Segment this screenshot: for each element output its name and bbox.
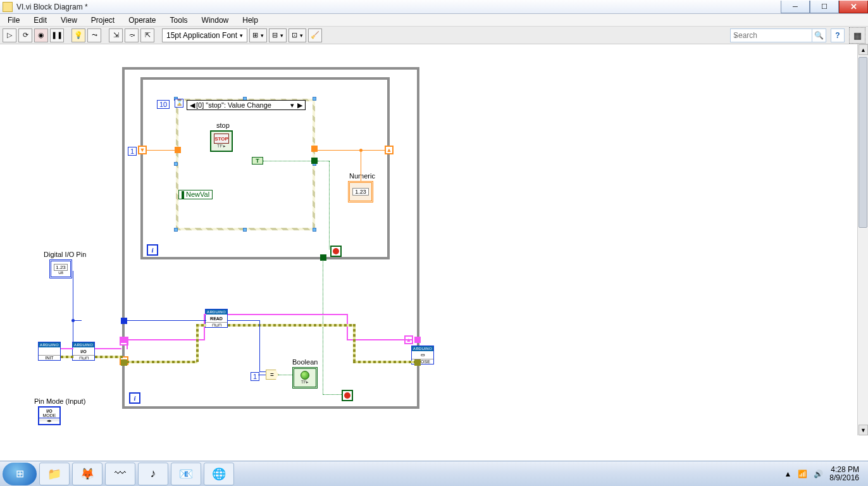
scroll-thumb[interactable] bbox=[859, 57, 867, 228]
numeric-indicator-terminal[interactable]: 1.23 bbox=[348, 181, 373, 202]
search-input[interactable] bbox=[730, 28, 812, 42]
connector-pane-icon[interactable]: ▦ bbox=[849, 27, 865, 44]
run-cont-button[interactable]: ⟳ bbox=[18, 28, 32, 42]
selection-handle bbox=[313, 228, 316, 232]
pause-button[interactable]: ❚❚ bbox=[50, 28, 64, 42]
outer-loop-stop[interactable] bbox=[342, 390, 353, 401]
distribute-button[interactable]: ⊟ bbox=[269, 28, 287, 42]
search-icon[interactable] bbox=[812, 28, 826, 42]
chevron-icon: ◂▸ bbox=[39, 418, 59, 421]
reorder-button[interactable]: ⊡ bbox=[288, 28, 306, 42]
outer-tunnel-pink-right[interactable] bbox=[414, 337, 421, 343]
context-help-button[interactable]: ? bbox=[831, 28, 845, 42]
equals-const[interactable]: 1 bbox=[251, 372, 259, 381]
taskbar-app[interactable]: 📧 bbox=[171, 463, 201, 485]
taskbar: ⊞ 📁 🦊 〰 ♪ 📧 🌐 ▲ 📶 🔊 4:28 PM 8/9/2016 bbox=[0, 461, 868, 486]
font-label: 15pt Application Font bbox=[166, 31, 237, 40]
wire-num bbox=[147, 150, 176, 151]
event-timeout-terminal[interactable]: ⌛ bbox=[175, 99, 183, 108]
run-button[interactable]: ▷ bbox=[3, 28, 16, 42]
arduino-read-node[interactable]: ARDUINO READ ⊓⊔⊓ bbox=[205, 309, 228, 328]
start-button[interactable]: ⊞ bbox=[3, 463, 37, 485]
taskbar-app[interactable]: 🦊 bbox=[72, 463, 102, 485]
wire-num bbox=[361, 150, 361, 182]
taskbar-app[interactable]: ♪ bbox=[138, 463, 168, 485]
font-selector[interactable]: 15pt Application Font bbox=[162, 28, 247, 42]
event-newval-terminal[interactable]: NewVal bbox=[178, 190, 213, 199]
tray-network-icon[interactable]: 📶 bbox=[798, 470, 807, 478]
event-tunnel-num-left[interactable] bbox=[175, 147, 181, 153]
event-tunnel-num[interactable] bbox=[311, 146, 318, 152]
wire-resource bbox=[347, 314, 348, 339]
boolean-indicator-terminal[interactable]: TF▸ bbox=[292, 367, 318, 389]
event-timeout-const[interactable]: 10 bbox=[157, 100, 170, 109]
newval-text: NewVal bbox=[186, 190, 209, 198]
menu-tools[interactable]: Tools bbox=[166, 15, 192, 25]
outer-tunnel-err-right[interactable] bbox=[414, 359, 421, 366]
scroll-down-icon[interactable]: ▼ bbox=[859, 425, 868, 435]
arduino-io-node[interactable]: ARDUINO I/O ⊓⊔⊓ bbox=[72, 342, 95, 361]
inner-loop-iteration[interactable]: i bbox=[147, 244, 158, 256]
outer-tunnel-int[interactable] bbox=[121, 318, 127, 324]
wire-bool bbox=[318, 161, 329, 161]
numeric-indicator-label: Numeric bbox=[349, 172, 375, 180]
wire-resource bbox=[347, 339, 412, 340]
highlight-exec-button[interactable]: 💡 bbox=[71, 28, 85, 42]
pin-mode-terminal[interactable]: I/O MODE ◂▸ bbox=[38, 406, 61, 425]
search-box: › bbox=[726, 28, 826, 42]
outer-loop-iteration[interactable]: i bbox=[129, 392, 140, 404]
step-over-button[interactable]: ⤼ bbox=[125, 28, 139, 42]
event-dropdown-icon[interactable]: ▾ bbox=[288, 101, 296, 109]
arduino-banner: ARDUINO bbox=[73, 342, 94, 347]
event-case-selector[interactable]: ◀ [0] "stop": Value Change ▾ ▶ bbox=[187, 100, 306, 110]
menu-help[interactable]: Help bbox=[239, 15, 262, 25]
event-next-icon[interactable]: ▶ bbox=[296, 101, 304, 109]
led-icon bbox=[301, 371, 309, 380]
tray-date: 8/9/2016 bbox=[829, 474, 859, 482]
inner-loop-stop[interactable] bbox=[330, 246, 342, 257]
arduino-init-node[interactable]: ARDUINO INIT bbox=[38, 342, 61, 361]
wire-bool bbox=[329, 161, 330, 249]
inner-sr-right[interactable]: ▲ bbox=[385, 146, 394, 154]
event-tunnel-bool[interactable] bbox=[311, 158, 318, 164]
menu-edit[interactable]: Edit bbox=[30, 15, 51, 25]
tray-volume-icon[interactable]: 🔊 bbox=[814, 470, 823, 478]
menu-file[interactable]: File bbox=[4, 15, 23, 25]
stop-control-terminal[interactable]: STOP TF▸ bbox=[210, 130, 233, 152]
scroll-up-icon[interactable]: ▲ bbox=[859, 44, 868, 55]
step-into-button[interactable]: ⇲ bbox=[109, 28, 123, 42]
tray-flag-icon[interactable]: ▲ bbox=[784, 470, 791, 478]
wire-int bbox=[127, 320, 206, 321]
cleanup-button[interactable]: 🧹 bbox=[308, 28, 322, 42]
minimize-button[interactable] bbox=[781, 1, 810, 13]
step-out-button[interactable]: ⇱ bbox=[140, 28, 154, 42]
menu-operate[interactable]: Operate bbox=[125, 15, 159, 25]
tray-clock[interactable]: 4:28 PM 8/9/2016 bbox=[829, 466, 859, 482]
block-diagram-canvas[interactable]: i i 10 ⌛ ◀ [0] "stop": Value Change ▾ ▶ … bbox=[0, 44, 868, 461]
window-title-bar: VI.vi Block Diagram * bbox=[0, 0, 868, 14]
menu-window[interactable]: Window bbox=[198, 15, 233, 25]
inner-tunnel-bool[interactable] bbox=[320, 254, 326, 261]
menu-project[interactable]: Project bbox=[87, 15, 118, 25]
event-structure[interactable] bbox=[176, 99, 315, 230]
wire-resource bbox=[127, 339, 128, 349]
true-constant[interactable] bbox=[252, 157, 263, 165]
inner-sr-init-const[interactable]: 1 bbox=[128, 147, 137, 156]
digital-pin-terminal[interactable]: 1.23 U8 bbox=[49, 259, 72, 278]
close-button[interactable] bbox=[839, 1, 868, 13]
wire-bool bbox=[263, 161, 313, 161]
vertical-scrollbar[interactable]: ▲ ▼ bbox=[857, 44, 868, 435]
equals-node[interactable]: = bbox=[266, 370, 278, 380]
taskbar-app[interactable]: 〰 bbox=[105, 463, 135, 485]
align-button[interactable]: ⊞ bbox=[249, 28, 267, 42]
event-prev-icon[interactable]: ◀ bbox=[189, 101, 196, 109]
abort-button[interactable]: ◉ bbox=[34, 28, 48, 42]
retain-wire-button[interactable]: ⤳ bbox=[87, 28, 101, 42]
taskbar-app[interactable]: 📁 bbox=[39, 463, 70, 485]
wire-resource bbox=[61, 348, 73, 349]
menu-bar: File Edit View Project Operate Tools Win… bbox=[0, 14, 868, 27]
menu-view[interactable]: View bbox=[57, 15, 81, 25]
inner-sr-left[interactable]: ▼ bbox=[138, 146, 147, 154]
maximize-button[interactable] bbox=[810, 1, 839, 13]
taskbar-app[interactable]: 🌐 bbox=[204, 463, 234, 485]
